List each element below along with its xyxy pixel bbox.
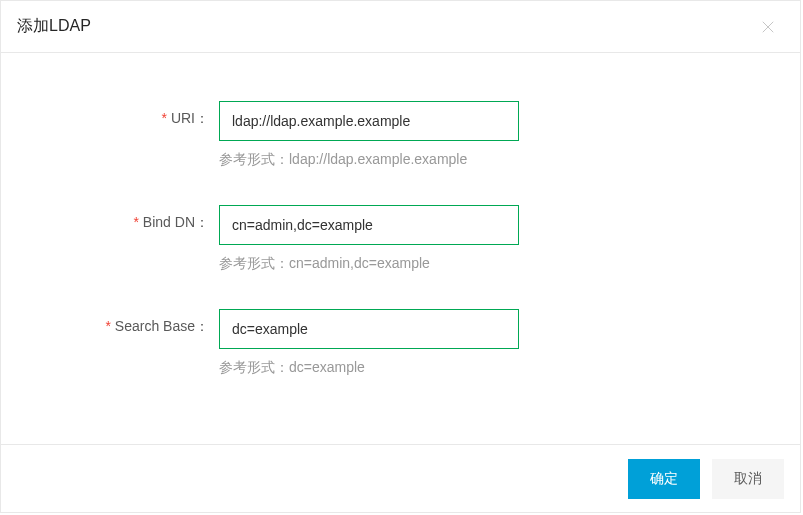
label-colon: ： xyxy=(195,110,209,126)
form-row-search-base: *Search Base： 参考形式：dc=example xyxy=(25,309,776,377)
uri-hint: 参考形式：ldap://ldap.example.example xyxy=(219,151,519,169)
modal-body: *URI： 参考形式：ldap://ldap.example.example *… xyxy=(1,53,800,444)
modal-title: 添加LDAP xyxy=(17,16,91,37)
search-base-input[interactable] xyxy=(219,309,519,349)
modal-header: 添加LDAP xyxy=(1,1,800,53)
required-marker: * xyxy=(161,110,166,126)
add-ldap-modal: 添加LDAP *URI： 参考形式：ldap://ldap.example.ex… xyxy=(0,0,801,513)
bind-dn-label: *Bind DN： xyxy=(25,205,219,232)
modal-footer: 确定 取消 xyxy=(1,444,800,512)
bind-dn-input[interactable] xyxy=(219,205,519,245)
form-row-uri: *URI： 参考形式：ldap://ldap.example.example xyxy=(25,101,776,169)
uri-label-text: URI xyxy=(171,110,195,126)
search-base-hint: 参考形式：dc=example xyxy=(219,359,519,377)
bind-dn-label-text: Bind DN xyxy=(143,214,195,230)
ok-button[interactable]: 确定 xyxy=(628,459,700,499)
cancel-button[interactable]: 取消 xyxy=(712,459,784,499)
required-marker: * xyxy=(105,318,110,334)
close-button[interactable] xyxy=(756,15,780,39)
bind-dn-control: 参考形式：cn=admin,dc=example xyxy=(219,205,519,273)
form-row-bind-dn: *Bind DN： 参考形式：cn=admin,dc=example xyxy=(25,205,776,273)
label-colon: ： xyxy=(195,214,209,230)
uri-label: *URI： xyxy=(25,101,219,128)
search-base-control: 参考形式：dc=example xyxy=(219,309,519,377)
search-base-label: *Search Base： xyxy=(25,309,219,336)
bind-dn-hint: 参考形式：cn=admin,dc=example xyxy=(219,255,519,273)
uri-control: 参考形式：ldap://ldap.example.example xyxy=(219,101,519,169)
close-icon xyxy=(759,18,777,36)
required-marker: * xyxy=(133,214,138,230)
uri-input[interactable] xyxy=(219,101,519,141)
search-base-label-text: Search Base xyxy=(115,318,195,334)
label-colon: ： xyxy=(195,318,209,334)
